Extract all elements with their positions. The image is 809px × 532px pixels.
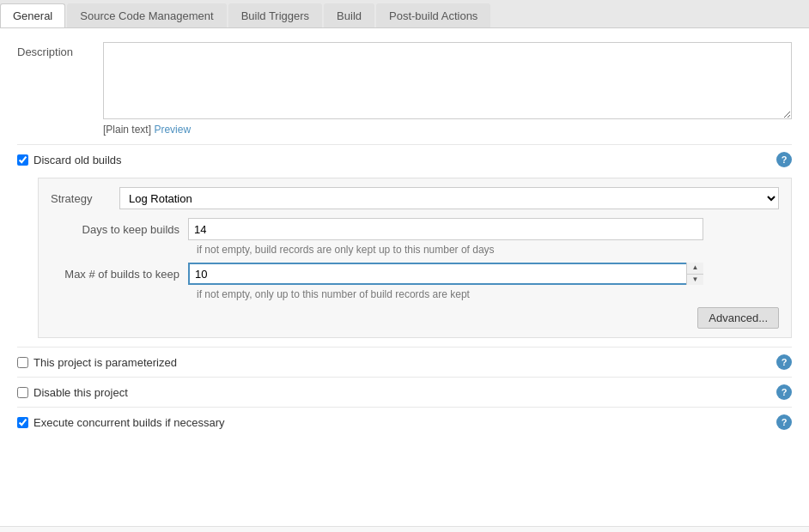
description-label: Description [17, 42, 103, 58]
days-keep-row: Days to keep builds [51, 218, 779, 240]
concurrent-builds-row: Execute concurrent builds if necessary ? [17, 407, 792, 437]
discard-builds-row: Discard old builds ? [17, 144, 792, 174]
max-builds-hint: if not empty, only up to this number of … [197, 288, 779, 300]
concurrent-builds-checkbox[interactable] [17, 417, 28, 428]
max-builds-row: Max # of builds to keep ▲ ▼ [51, 263, 779, 285]
tab-build[interactable]: Build [324, 3, 374, 27]
main-content: Description [Plain text] Preview Discard… [0, 28, 809, 526]
disable-project-help-icon[interactable]: ? [776, 384, 792, 400]
concurrent-builds-help-icon[interactable]: ? [776, 414, 792, 430]
discard-builds-checkbox[interactable] [17, 154, 28, 166]
max-builds-input[interactable] [188, 263, 703, 285]
max-builds-spinner-wrap: ▲ ▼ [188, 263, 703, 285]
discard-builds-help-icon[interactable]: ? [776, 152, 792, 167]
preview-link[interactable]: Preview [154, 124, 191, 136]
max-builds-label: Max # of builds to keep [51, 268, 188, 281]
parameterized-help-icon[interactable]: ? [776, 354, 792, 370]
disable-project-checkbox[interactable] [17, 387, 28, 398]
strategy-row: Strategy Log Rotation [51, 187, 779, 209]
tab-build-triggers[interactable]: Build Triggers [228, 3, 322, 27]
spinner-buttons: ▲ ▼ [686, 263, 703, 285]
parameterized-checkbox[interactable] [17, 357, 28, 368]
strategy-section: Strategy Log Rotation Days to keep build… [38, 178, 792, 338]
tab-bar: General Source Code Management Build Tri… [0, 0, 809, 28]
parameterized-row: This project is parameterized ? [17, 347, 792, 377]
disable-project-row: Disable this project ? [17, 377, 792, 407]
days-keep-input[interactable] [188, 218, 703, 240]
discard-builds-label: Discard old builds [33, 154, 122, 166]
description-wrap: [Plain text] Preview [103, 42, 792, 136]
description-links: [Plain text] Preview [103, 124, 792, 136]
tab-post-build[interactable]: Post-build Actions [376, 3, 490, 27]
description-textarea[interactable] [103, 42, 792, 119]
tab-scm[interactable]: Source Code Management [67, 3, 226, 27]
concurrent-builds-label: Execute concurrent builds if necessary [33, 416, 225, 429]
description-row: Description [Plain text] Preview [17, 42, 792, 136]
spinner-down-btn[interactable]: ▼ [687, 275, 703, 286]
footer-bar: Advanced... https://blog.csdn.net/xhou_g… [0, 526, 809, 532]
parameterized-label: This project is parameterized [33, 356, 177, 369]
advanced-btn-row-inner: Advanced... [51, 307, 779, 329]
disable-project-label: Disable this project [33, 386, 128, 399]
checkbox-section: This project is parameterized ? Disable … [17, 347, 792, 437]
tab-general[interactable]: General [0, 3, 65, 27]
advanced-button-inner[interactable]: Advanced... [697, 307, 779, 329]
days-keep-hint: if not empty, build records are only kep… [197, 244, 779, 256]
days-keep-label: Days to keep builds [51, 223, 188, 236]
spinner-up-btn[interactable]: ▲ [687, 263, 703, 275]
strategy-select[interactable]: Log Rotation [119, 187, 779, 209]
plain-text-label: [Plain text] [103, 124, 151, 136]
strategy-label: Strategy [51, 192, 119, 205]
